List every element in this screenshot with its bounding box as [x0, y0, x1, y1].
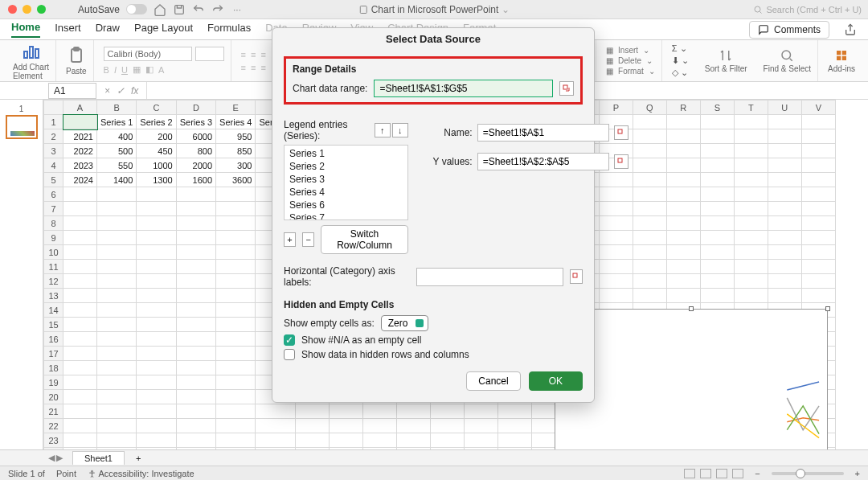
cell[interactable]: [768, 173, 801, 187]
undo-icon[interactable]: [192, 3, 205, 16]
fullscreen-window-icon[interactable]: [37, 5, 46, 14]
cell[interactable]: [801, 260, 835, 274]
cell[interactable]: [63, 231, 97, 245]
cell[interactable]: [176, 318, 215, 332]
y-values-input[interactable]: [477, 153, 609, 170]
cell[interactable]: [768, 216, 801, 231]
series-name-picker[interactable]: [614, 125, 628, 140]
sort-filter-button[interactable]: Sort & Filter: [698, 40, 754, 81]
clear-icon[interactable]: ◇ ⌄: [672, 68, 688, 78]
font-size-select[interactable]: [195, 47, 224, 61]
view-mode-icons[interactable]: [684, 469, 743, 478]
cell[interactable]: 6000: [176, 129, 215, 144]
cell[interactable]: [216, 289, 256, 303]
cell[interactable]: [329, 419, 362, 433]
cell[interactable]: 850: [216, 144, 256, 158]
cell[interactable]: [329, 448, 362, 450]
cell[interactable]: [768, 245, 801, 260]
cell[interactable]: [768, 158, 801, 173]
column-header[interactable]: Q: [633, 101, 666, 115]
ok-button[interactable]: OK: [529, 371, 583, 391]
delete-cells-button[interactable]: ▦ Delete ⌄: [606, 56, 653, 65]
format-cells-button[interactable]: ▦ Format ⌄: [606, 67, 655, 76]
cell[interactable]: [396, 433, 430, 448]
cell[interactable]: [216, 260, 256, 274]
column-header[interactable]: E: [216, 101, 256, 115]
cell[interactable]: [464, 433, 497, 448]
cell[interactable]: [633, 289, 666, 303]
cell[interactable]: [801, 115, 835, 129]
cell[interactable]: [216, 375, 256, 390]
chart-object[interactable]: 20322034 Series 1 Series 2 Series 3 Seri…: [555, 309, 828, 449]
zoom-in-icon[interactable]: +: [855, 469, 860, 478]
cell[interactable]: 1600: [176, 173, 215, 187]
enter-formula-icon[interactable]: ✓: [117, 85, 125, 96]
cell[interactable]: [396, 448, 430, 450]
column-header[interactable]: B: [97, 101, 137, 115]
row-header[interactable]: 3: [44, 144, 63, 158]
remove-series-button[interactable]: −: [302, 232, 314, 247]
cell[interactable]: [633, 129, 666, 144]
series-list-item[interactable]: Series 7: [289, 211, 403, 220]
cell[interactable]: [801, 231, 835, 245]
cell[interactable]: [137, 448, 176, 450]
cell[interactable]: [768, 187, 801, 202]
cell[interactable]: [295, 419, 329, 433]
cell[interactable]: 2022: [63, 144, 97, 158]
cell[interactable]: [97, 332, 137, 347]
cell[interactable]: [430, 433, 464, 448]
cell[interactable]: [329, 404, 362, 419]
cell[interactable]: [768, 231, 801, 245]
cell[interactable]: [734, 274, 768, 289]
cell[interactable]: [430, 448, 464, 450]
cell[interactable]: [700, 231, 734, 245]
cell[interactable]: [216, 318, 256, 332]
cancel-formula-icon[interactable]: ×: [104, 85, 110, 96]
cell[interactable]: [801, 202, 835, 216]
cell[interactable]: [666, 202, 700, 216]
row-header[interactable]: 9: [44, 231, 63, 245]
cell[interactable]: [700, 260, 734, 274]
cell[interactable]: 2000: [176, 158, 215, 173]
bold-icon[interactable]: B: [104, 65, 109, 75]
cell[interactable]: [700, 274, 734, 289]
cell[interactable]: [137, 187, 176, 202]
cell[interactable]: Series 2: [137, 115, 176, 129]
cell[interactable]: [666, 289, 700, 303]
save-icon[interactable]: [173, 3, 186, 16]
sheet-tab-sheet1[interactable]: Sheet1: [72, 451, 125, 465]
column-header[interactable]: V: [801, 101, 835, 115]
cell[interactable]: [137, 274, 176, 289]
cell[interactable]: [137, 289, 176, 303]
cell[interactable]: [256, 419, 295, 433]
switch-row-column-button[interactable]: Switch Row/Column: [321, 225, 407, 254]
cell[interactable]: [97, 404, 137, 419]
cell[interactable]: [63, 289, 97, 303]
cell[interactable]: [464, 448, 497, 450]
align-left-icon[interactable]: ≡: [241, 63, 246, 72]
row-header[interactable]: 10: [44, 245, 63, 260]
cell[interactable]: [633, 231, 666, 245]
cell[interactable]: [137, 332, 176, 347]
cell[interactable]: 550: [97, 158, 137, 173]
cell[interactable]: [216, 361, 256, 375]
column-header[interactable]: [44, 101, 63, 115]
column-header[interactable]: S: [700, 101, 734, 115]
cell[interactable]: [176, 231, 215, 245]
cell[interactable]: [295, 433, 329, 448]
row-header[interactable]: 12: [44, 274, 63, 289]
cell[interactable]: 2023: [63, 158, 97, 173]
cell[interactable]: [700, 173, 734, 187]
cell[interactable]: [666, 144, 700, 158]
add-chart-element-group[interactable]: Add Chart Element: [6, 40, 56, 81]
cell[interactable]: [700, 144, 734, 158]
cell[interactable]: [256, 404, 295, 419]
addins-button[interactable]: Add-ins: [821, 40, 862, 81]
autosum-icon[interactable]: Σ ⌄: [672, 43, 687, 54]
cell[interactable]: [700, 158, 734, 173]
cell[interactable]: [176, 448, 215, 450]
cell[interactable]: [700, 216, 734, 231]
font-name-select[interactable]: Calibri (Body): [104, 47, 192, 61]
minimize-window-icon[interactable]: [23, 5, 31, 14]
cell[interactable]: 800: [176, 144, 215, 158]
